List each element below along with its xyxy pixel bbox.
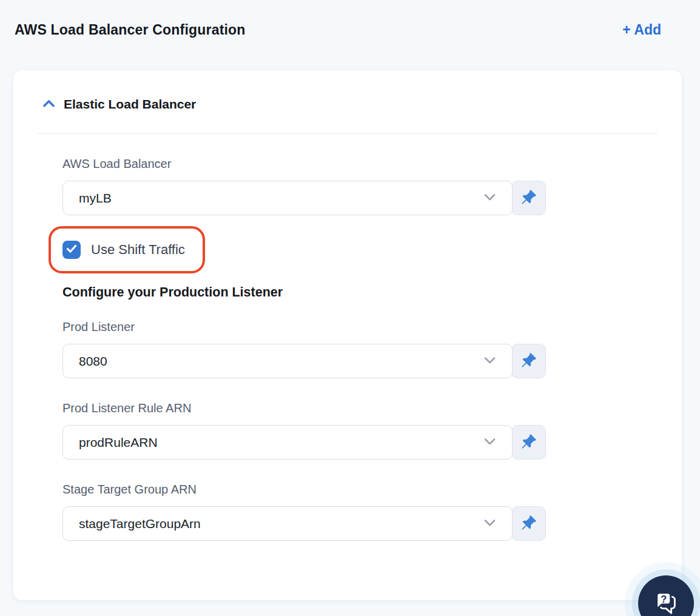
prod-listener-select[interactable]: 8080 [62, 344, 513, 378]
stage-target-group-arn-select-group: stageTargetGroupArn [62, 506, 546, 541]
add-button[interactable]: + Add [622, 22, 661, 38]
use-shift-traffic-option[interactable]: Use Shift Traffic [62, 241, 185, 259]
field-label: Stage Target Group ARN [62, 483, 546, 497]
config-card: Elastic Load Balancer AWS Load Balancer … [13, 70, 682, 600]
aws-load-balancer-select-group: myLB [62, 181, 546, 215]
stage-target-group-arn-select[interactable]: stageTargetGroupArn [62, 506, 513, 541]
field-stage-target-group-arn: Stage Target Group ARN stageTargetGroupA… [62, 483, 546, 541]
aws-load-balancer-select[interactable]: myLB [62, 181, 513, 215]
chevron-down-icon [483, 193, 496, 204]
pushpin-icon [520, 189, 537, 207]
svg-text:?: ? [661, 594, 667, 604]
pin-button[interactable] [511, 344, 546, 378]
select-value: 8080 [79, 354, 107, 369]
pin-button[interactable] [511, 425, 546, 460]
page-header: AWS Load Balancer Configuration + Add [0, 0, 700, 38]
chevron-down-icon [483, 437, 496, 448]
field-label: Prod Listener Rule ARN [62, 401, 546, 415]
select-value: prodRuleARN [79, 435, 158, 450]
pin-button[interactable] [511, 506, 546, 541]
page-title: AWS Load Balancer Configuration [15, 22, 246, 38]
field-aws-load-balancer: AWS Load Balancer myLB [62, 157, 546, 215]
field-prod-listener-rule-arn: Prod Listener Rule ARN prodRuleARN [62, 401, 546, 460]
field-label: AWS Load Balancer [62, 157, 546, 171]
checkmark-icon [66, 244, 77, 255]
prod-listener-rule-arn-select-group: prodRuleARN [62, 425, 546, 460]
pushpin-icon [520, 434, 537, 452]
select-value: stageTargetGroupArn [79, 517, 201, 531]
chevron-up-icon[interactable] [42, 99, 55, 110]
section-title: Elastic Load Balancer [64, 97, 196, 112]
chevron-down-icon [483, 518, 496, 529]
fields-column: AWS Load Balancer myLB [62, 157, 546, 541]
field-prod-listener: Prod Listener 8080 [62, 320, 546, 378]
chat-question-icon: ? [652, 589, 680, 616]
prod-listener-rule-arn-select[interactable]: prodRuleARN [62, 425, 513, 460]
annotation-highlight: Use Shift Traffic [49, 226, 205, 273]
subheading: Configure your Production Listener [62, 285, 546, 300]
select-value: myLB [79, 191, 112, 206]
section-header-elastic-load-balancer[interactable]: Elastic Load Balancer [42, 97, 658, 112]
chevron-down-icon [483, 356, 496, 367]
pushpin-icon [520, 515, 537, 533]
field-label: Prod Listener [62, 320, 546, 334]
pushpin-icon [520, 352, 537, 370]
checkbox-checked[interactable] [62, 241, 81, 259]
checkbox-label: Use Shift Traffic [91, 242, 185, 258]
pin-button[interactable] [511, 181, 546, 215]
section-divider [38, 133, 658, 134]
prod-listener-select-group: 8080 [62, 344, 546, 378]
